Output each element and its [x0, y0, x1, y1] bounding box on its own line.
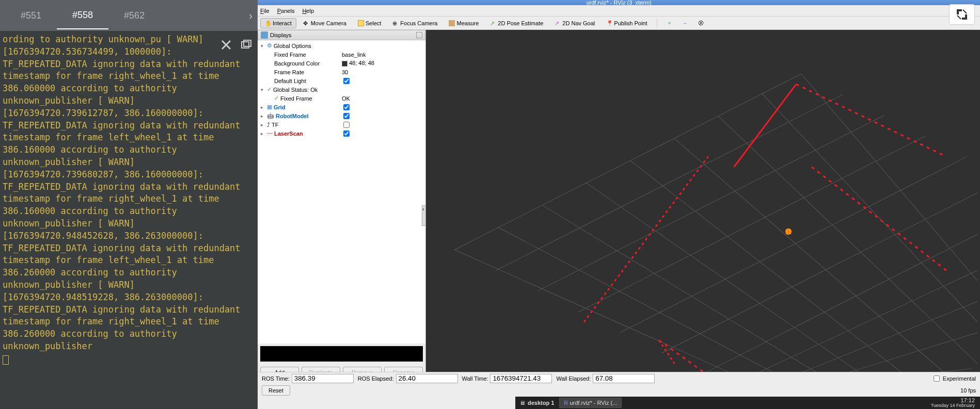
terminal-output: ording to authority unknown_pu [ WARN] […: [0, 31, 258, 355]
display-grid[interactable]: Grid: [274, 104, 343, 110]
description-area: [260, 346, 423, 362]
tool-2d-nav-goal[interactable]: ↗2D Nav Goal: [550, 18, 599, 28]
experimental-checkbox[interactable]: [934, 375, 940, 382]
expand-icon[interactable]: ▾: [261, 87, 267, 92]
display-robotmodel[interactable]: RobotModel: [276, 113, 343, 119]
ruler-icon: [449, 20, 455, 26]
display-tf[interactable]: TF: [272, 122, 343, 128]
tool-select[interactable]: Select: [353, 18, 386, 28]
status-fixed-frame-label: Fixed Frame: [280, 95, 342, 102]
window-titlebar: urdf.rviz* - RViz (3_xterm): [258, 0, 980, 5]
wall-elapsed-input[interactable]: [593, 374, 655, 383]
tool-remove[interactable]: −: [679, 18, 691, 28]
grid-checkbox[interactable]: [343, 104, 350, 110]
fps-label: 10 fps: [960, 387, 976, 394]
frame-rate-value[interactable]: 30: [342, 69, 424, 75]
check-icon: ✓: [274, 95, 279, 102]
toolbar: ✋Interact ✥Move Camera Select ⊕Focus Cam…: [258, 17, 980, 30]
taskbar: 🖥desktop 1 R urdf.rviz* - RViz (... 17:1…: [515, 397, 980, 409]
check-icon: ✓: [267, 86, 272, 93]
rviz-window: urdf.rviz* - RViz (3_xterm) File Panels …: [258, 0, 980, 409]
move-icon: ✥: [303, 20, 309, 26]
tool-publish-point[interactable]: 📍Publish Point: [602, 18, 652, 28]
menubar: File Panels Help: [258, 5, 980, 17]
tool-toggle[interactable]: ⦿: [693, 18, 708, 28]
desktop-icon: 🖥: [519, 400, 525, 406]
default-light-checkbox[interactable]: [343, 78, 350, 84]
svg-rect-30: [786, 229, 791, 234]
ros-elapsed-label: ROS Elapsed:: [358, 375, 394, 382]
focus-icon: ⊕: [392, 20, 399, 26]
wall-time-label: Wall Time:: [462, 375, 488, 382]
ros-time-input[interactable]: [292, 374, 354, 383]
tool-2d-pose-estimate[interactable]: ↗2D Pose Estimate: [485, 18, 548, 28]
tool-measure[interactable]: Measure: [444, 18, 483, 28]
viewport-container: ‹: [426, 30, 980, 381]
fixed-frame-label: Fixed Frame: [274, 52, 342, 58]
expand-icon[interactable]: ▸: [261, 131, 267, 136]
pin-icon: 📍: [606, 20, 612, 26]
ros-time-label: ROS Time:: [262, 375, 290, 382]
global-options-label[interactable]: Global Options: [274, 43, 424, 49]
svg-rect-2: [429, 32, 977, 379]
maximize-icon[interactable]: [949, 4, 975, 25]
dot-icon: ⦿: [698, 20, 704, 26]
menu-file[interactable]: File: [260, 8, 270, 14]
tab-scroll-right-icon[interactable]: ›: [249, 10, 252, 22]
3d-viewport[interactable]: [429, 32, 977, 379]
displays-icon: [261, 31, 268, 39]
robot-icon: 🤖: [267, 112, 274, 119]
experimental-label: Experimental: [943, 375, 976, 382]
status-fixed-frame-value: OK: [342, 95, 424, 102]
displays-title: Displays: [270, 32, 292, 38]
laserscan-checkbox[interactable]: [343, 130, 350, 137]
terminal-tab-558[interactable]: #558: [57, 2, 108, 29]
status-bar-time: ROS Time: ROS Elapsed: Wall Time: Wall E…: [258, 372, 980, 384]
minus-icon: −: [684, 20, 687, 26]
taskbar-app-rviz[interactable]: R urdf.rviz* - RViz (...: [559, 398, 622, 408]
expand-icon[interactable]: ▸: [261, 122, 267, 127]
terminal-tab-551[interactable]: #551: [5, 3, 57, 29]
displays-close-icon[interactable]: [416, 32, 422, 38]
svg-rect-1: [244, 40, 251, 46]
terminal-cursor: [3, 355, 9, 365]
plus-icon: ＋: [667, 19, 672, 27]
close-icon[interactable]: [220, 39, 232, 51]
displays-tree[interactable]: ▾⚙Global Options Fixed Framebase_link Ba…: [258, 40, 425, 343]
terminal-panel: #551 #558 #562 › ording to authority unk…: [0, 0, 258, 409]
reset-button[interactable]: Reset: [262, 385, 290, 396]
laser-icon: 〰: [267, 130, 273, 137]
panel-toggle-handle[interactable]: ‹: [422, 205, 426, 226]
global-status-label[interactable]: Global Status: Ok: [273, 87, 424, 93]
wall-elapsed-label: Wall Elapsed:: [556, 375, 591, 382]
tf-icon: ⤴: [267, 122, 270, 128]
taskbar-start[interactable]: 🖥desktop 1: [515, 400, 558, 406]
status-bar-bottom: Reset 10 fps: [258, 384, 980, 397]
bg-color-value[interactable]: 48; 48; 48: [342, 60, 424, 67]
displays-header[interactable]: Displays: [258, 30, 425, 40]
menu-panels[interactable]: Panels: [277, 8, 295, 14]
menu-help[interactable]: Help: [302, 8, 314, 14]
ros-elapsed-input[interactable]: [396, 374, 458, 383]
expand-icon[interactable]: ▾: [261, 43, 267, 48]
tool-add[interactable]: ＋: [662, 17, 677, 29]
taskbar-clock[interactable]: 17:12 Tuesday 14 February: [926, 397, 980, 408]
fixed-frame-value[interactable]: base_link: [342, 52, 424, 58]
tool-focus-camera[interactable]: ⊕Focus Camera: [388, 18, 442, 28]
frame-rate-label: Frame Rate: [274, 69, 342, 75]
default-light-label: Default Light: [274, 78, 343, 84]
tool-move-camera[interactable]: ✥Move Camera: [298, 18, 351, 28]
arrow-green-icon: ↗: [490, 20, 496, 26]
windows-icon[interactable]: [240, 39, 252, 51]
robotmodel-checkbox[interactable]: [343, 113, 350, 119]
terminal-tab-562[interactable]: #562: [108, 3, 160, 29]
arrow-pink-icon: ↗: [555, 20, 561, 26]
expand-icon[interactable]: ▸: [261, 113, 267, 119]
display-laserscan[interactable]: LaserScan: [274, 130, 343, 137]
tf-checkbox[interactable]: [343, 122, 350, 128]
expand-icon[interactable]: ▸: [261, 105, 267, 110]
wall-time-input[interactable]: [490, 374, 552, 383]
tool-interact[interactable]: ✋Interact: [260, 18, 296, 28]
grid-icon: ▦: [267, 104, 272, 110]
svg-rect-0: [242, 42, 249, 48]
